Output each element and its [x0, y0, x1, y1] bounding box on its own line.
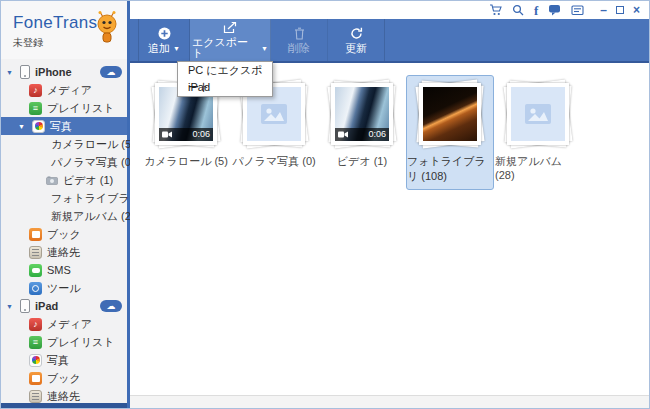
export-label: エクスポート	[192, 37, 258, 59]
feedback-icon[interactable]	[571, 5, 584, 16]
books-icon	[29, 372, 42, 385]
eject-cloud-button[interactable]: ☁	[100, 66, 122, 78]
placeholder-image-icon	[524, 103, 552, 125]
albums-view: 0:06 カメラロール (5) パノラマ写真 (0)	[130, 63, 649, 396]
sidebar-item-videos[interactable]: ビデオ (1)	[1, 171, 127, 189]
toolbar: 追加▼ エクスポート▼ 削除 更新	[130, 19, 649, 63]
sidebar-item-media[interactable]: ♪ メディア	[1, 81, 127, 99]
sidebar-item-photos[interactable]: ▼ 写真	[1, 117, 127, 135]
media-icon: ♪	[29, 318, 42, 331]
album-videos[interactable]: 0:06 ビデオ (1)	[318, 75, 406, 190]
playlist-icon: ≡	[29, 336, 42, 349]
sidebar-item-sms[interactable]: SMS	[1, 261, 127, 279]
minimize-button[interactable]: –	[600, 4, 607, 16]
item-label: プレイリスト	[47, 101, 115, 116]
item-label: 連絡先	[47, 389, 80, 404]
app-logo-area: FoneTrans 未登録	[1, 1, 127, 59]
video-duration: 0:06	[368, 130, 386, 139]
album-thumbnail	[419, 83, 481, 145]
expander-icon[interactable]: ▼	[6, 303, 15, 310]
contacts-icon	[29, 390, 42, 403]
chat-icon[interactable]	[548, 4, 561, 16]
window-controls: – ×	[600, 4, 640, 16]
sidebar-item-panorama[interactable]: パノラマ写真 (0)	[1, 153, 127, 171]
item-label: ブック	[47, 227, 81, 242]
sidebar-item-photos-ipad[interactable]: 写真	[1, 351, 127, 369]
sidebar-item-tools[interactable]: ツール	[1, 279, 127, 297]
sms-icon	[29, 264, 42, 277]
sidebar-item-contacts-ipad[interactable]: 連絡先	[1, 387, 127, 405]
titlebar: f – ×	[130, 1, 649, 19]
sidebar-item-books[interactable]: ブック	[1, 225, 127, 243]
export-icon	[223, 21, 238, 34]
add-label: 追加	[148, 43, 170, 54]
item-label: 写真	[47, 353, 69, 368]
album-label: ビデオ (1)	[337, 154, 387, 169]
sidebar-item-iphone[interactable]: ▼ iPhone ☁	[1, 63, 127, 81]
sidebar-item-media-ipad[interactable]: ♪ メディア	[1, 315, 127, 333]
status-bar	[130, 395, 649, 408]
delete-label: 削除	[288, 43, 310, 54]
tablet-icon	[20, 299, 30, 313]
album-label: 新規アルバム (28)	[495, 154, 581, 181]
sidebar-item-books-ipad[interactable]: ブック	[1, 369, 127, 387]
menu-item-export-to-ipad[interactable]: iPad	[178, 79, 272, 96]
delete-button[interactable]: 削除	[271, 19, 328, 61]
expander-icon[interactable]: ▼	[18, 123, 27, 130]
main-panel: f – × 追加▼ エクスポート▼	[130, 1, 649, 408]
item-label: カメラロール (5)	[51, 137, 135, 152]
item-label: ブック	[47, 371, 81, 386]
refresh-button[interactable]: 更新	[328, 19, 385, 61]
sidebar-item-playlist[interactable]: ≡ プレイリスト	[1, 99, 127, 117]
maximize-button[interactable]	[616, 6, 624, 14]
dropdown-arrow-icon: ▼	[261, 45, 268, 52]
camera-icon	[46, 176, 58, 185]
contacts-icon	[29, 246, 42, 259]
facebook-icon[interactable]: f	[534, 4, 538, 17]
export-dropdown-menu: PC にエクスポート iPad	[177, 61, 273, 97]
cart-icon[interactable]	[489, 4, 502, 16]
sidebar-item-playlist-ipad[interactable]: ≡ プレイリスト	[1, 333, 127, 351]
app-window: FoneTrans 未登録 ▼ iPhone ☁	[0, 0, 650, 409]
device-tree: ▼ iPhone ☁ ♪ メディア ≡ プレイリスト ▼ 写真 カメラロール (…	[1, 59, 127, 405]
album-new-album[interactable]: 新規アルバム (28)	[494, 75, 582, 190]
sidebar-item-contacts[interactable]: 連絡先	[1, 243, 127, 261]
export-button[interactable]: エクスポート▼	[190, 19, 271, 61]
sidebar-item-ipad[interactable]: ▼ iPad ☁	[1, 297, 127, 315]
item-label: メディア	[47, 317, 92, 332]
eject-cloud-button[interactable]: ☁	[100, 300, 122, 312]
video-camera-icon	[338, 131, 348, 138]
sidebar-item-new-album[interactable]: 新規アルバム (28)	[1, 207, 127, 225]
add-icon	[158, 27, 171, 40]
menu-item-export-to-pc[interactable]: PC にエクスポート	[178, 62, 272, 79]
photos-icon	[32, 120, 45, 133]
device-label: iPad	[35, 300, 58, 312]
item-label: プレイリスト	[47, 335, 115, 350]
phone-icon	[20, 65, 30, 79]
playlist-icon: ≡	[29, 102, 42, 115]
item-label: 連絡先	[47, 245, 80, 260]
sidebar: FoneTrans 未登録 ▼ iPhone ☁	[1, 1, 130, 408]
search-icon[interactable]	[512, 4, 524, 16]
books-icon	[29, 228, 42, 241]
album-photo-library[interactable]: フォトライブラリ (108)	[406, 75, 494, 190]
add-button[interactable]: 追加▼	[138, 19, 190, 61]
item-label: SMS	[47, 264, 71, 276]
close-button[interactable]: ×	[633, 4, 640, 16]
tools-icon	[29, 282, 42, 295]
placeholder-image-icon	[260, 103, 288, 125]
video-duration: 0:06	[192, 130, 210, 139]
expander-icon[interactable]: ▼	[6, 69, 15, 76]
item-label: 新規アルバム (28)	[51, 209, 141, 224]
video-camera-icon	[162, 131, 172, 138]
device-label: iPhone	[35, 66, 72, 78]
sidebar-item-camera-roll[interactable]: カメラロール (5)	[1, 135, 127, 153]
refresh-icon	[350, 27, 363, 40]
refresh-label: 更新	[345, 43, 367, 54]
item-label: メディア	[47, 83, 92, 98]
trash-icon	[294, 27, 305, 40]
album-label: フォトライブラリ (108)	[407, 154, 493, 184]
album-label: パノラマ写真 (0)	[232, 154, 316, 169]
album-thumbnail	[507, 83, 569, 145]
sidebar-item-photo-library[interactable]: フォトライブラリ (108)	[1, 189, 127, 207]
